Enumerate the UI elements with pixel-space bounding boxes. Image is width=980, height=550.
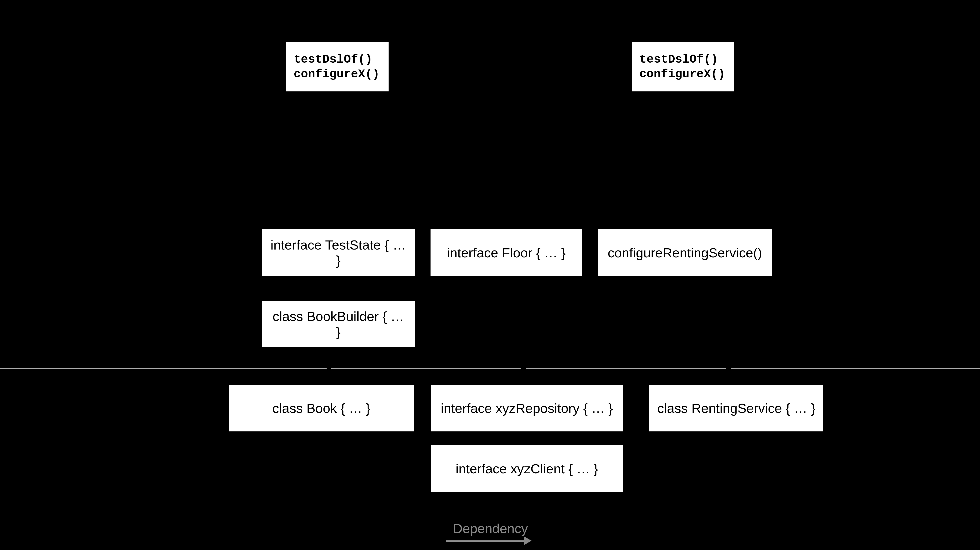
separator-seg-1 bbox=[0, 368, 326, 369]
box-configure-renting: configureRentingService() bbox=[598, 229, 772, 276]
xyzclient-label: interface xyzClient { … } bbox=[455, 461, 598, 476]
xyzrepository-label: interface xyzRepository { … } bbox=[441, 401, 613, 416]
legend-dependency-label: Dependency bbox=[453, 521, 528, 536]
legend-arrow-head-icon bbox=[524, 536, 531, 545]
book-label: class Book { … } bbox=[272, 401, 371, 416]
box-class-bookbuilder: class BookBuilder { … } bbox=[262, 301, 415, 347]
box-interface-teststate: interface TestState { … } bbox=[262, 229, 415, 276]
legend-arrow-line bbox=[446, 540, 525, 542]
rentingservice-label: class RentingService { … } bbox=[657, 401, 816, 416]
box-top-left: testDslOf() configureX() bbox=[286, 43, 388, 92]
box-interface-xyzrepository: interface xyzRepository { … } bbox=[431, 385, 623, 431]
top-left-line2: configureX() bbox=[294, 67, 380, 82]
separator-seg-4 bbox=[731, 368, 980, 369]
separator-seg-2 bbox=[331, 368, 521, 369]
top-left-line1: testDslOf() bbox=[294, 52, 380, 67]
box-interface-xyzclient: interface xyzClient { … } bbox=[431, 445, 623, 492]
floor-label: interface Floor { … } bbox=[447, 245, 566, 260]
configure-renting-label: configureRentingService() bbox=[608, 245, 762, 260]
box-interface-floor: interface Floor { … } bbox=[431, 229, 582, 276]
separator-seg-3 bbox=[526, 368, 726, 369]
box-class-rentingservice: class RentingService { … } bbox=[649, 385, 823, 431]
box-top-right: testDslOf() configureX() bbox=[632, 43, 734, 92]
top-right-line1: testDslOf() bbox=[640, 52, 725, 67]
teststate-label: interface TestState { … } bbox=[269, 237, 408, 268]
box-class-book: class Book { … } bbox=[229, 385, 414, 431]
bookbuilder-label: class BookBuilder { … } bbox=[269, 309, 408, 339]
top-right-line2: configureX() bbox=[640, 67, 725, 82]
